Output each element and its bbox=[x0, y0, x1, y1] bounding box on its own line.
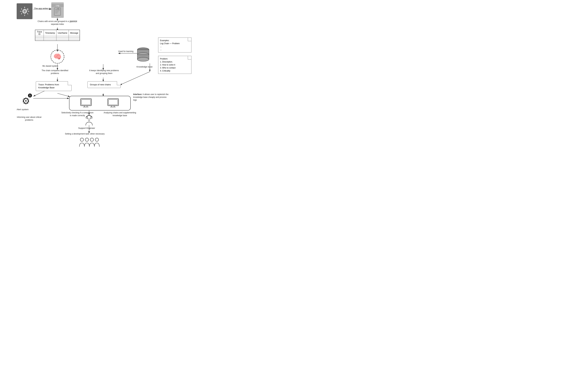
col-message: Message bbox=[69, 30, 80, 36]
interface-bold-label: Interface: bbox=[133, 93, 142, 96]
informing-label: Informing user about critical problems bbox=[13, 116, 45, 121]
svg-point-49 bbox=[80, 138, 84, 141]
arrows-layer bbox=[0, 0, 294, 185]
log-icon bbox=[53, 7, 62, 16]
index-table: Trace ID Timestamp UserName Message bbox=[35, 30, 80, 41]
app-writes-logs-label: The app writes logs bbox=[34, 7, 53, 10]
interface-description: Interface: it allows user to replenish t… bbox=[133, 93, 170, 101]
svg-point-50 bbox=[85, 138, 89, 141]
svg-rect-42 bbox=[108, 99, 118, 106]
ml-system-label: ML-based system bbox=[42, 65, 58, 67]
problem-doc: Problem: 1. Description. 2. How to solve… bbox=[158, 56, 191, 74]
svg-rect-45 bbox=[109, 99, 118, 105]
support-engineer-label: Support Engineer bbox=[78, 127, 95, 130]
analyzing-chains-label: Analyzing chains and supplementing knowl… bbox=[103, 111, 136, 117]
keeps-identifying-label: It keeps Identifying new problems and gr… bbox=[87, 69, 121, 75]
used-for-learning-label: Used for learning bbox=[118, 50, 133, 53]
monitor-icon-1 bbox=[80, 98, 93, 109]
groups-new-chains-text: Groups of new chains bbox=[90, 83, 118, 86]
svg-point-34 bbox=[137, 57, 149, 61]
table-row bbox=[35, 39, 80, 41]
svg-rect-38 bbox=[81, 99, 91, 106]
examples-doc: Examples: Log Chain — Problem ... ... bbox=[158, 37, 191, 53]
svg-line-17 bbox=[120, 72, 150, 85]
svg-line-10 bbox=[57, 93, 70, 97]
trace-problems-box: Trace: Problems from Knowledge Base bbox=[36, 81, 72, 91]
svg-text:1: 1 bbox=[29, 94, 31, 97]
alert-system-label: Alert system bbox=[17, 108, 29, 111]
examples-doc-text: Examples: Log Chain — Problem ... ... bbox=[160, 39, 190, 51]
svg-text:⚙: ⚙ bbox=[22, 96, 30, 106]
table-row bbox=[35, 38, 80, 39]
app-gear-box: ⚙ ⚙ bbox=[17, 3, 32, 19]
setting-dev-task-label: Setting a development task, when necessa… bbox=[65, 132, 105, 135]
ml-brain-icon: 🧠 bbox=[48, 49, 67, 65]
svg-rect-41 bbox=[81, 99, 91, 105]
support-engineer-icon bbox=[82, 115, 96, 127]
table-row bbox=[35, 36, 80, 38]
knowledge-db-icon bbox=[136, 47, 150, 64]
col-username: UserName bbox=[56, 30, 69, 36]
col-timestamp: Timestamp bbox=[44, 30, 56, 36]
col-traceid: Trace ID bbox=[35, 30, 44, 36]
alert-system-icon: ⚙ 1 bbox=[18, 92, 33, 108]
svg-text:🧠: 🧠 bbox=[53, 53, 62, 61]
knowledge-base-label: Knowledge base bbox=[136, 65, 152, 68]
svg-text:⚙: ⚙ bbox=[26, 8, 29, 11]
svg-rect-22 bbox=[54, 8, 61, 15]
diagram: ⚙ ⚙ The app writes logs Log Chains with … bbox=[0, 0, 294, 185]
svg-point-52 bbox=[95, 138, 99, 141]
svg-point-51 bbox=[90, 138, 94, 141]
gear-icon: ⚙ ⚙ bbox=[19, 6, 31, 17]
team-icon bbox=[78, 137, 103, 151]
log-label: Log bbox=[51, 4, 64, 7]
trace-problems-text: Trace: Problems from Knowledge Base bbox=[38, 83, 69, 89]
chains-grouped-label: Chains with errors are grouped in a руют… bbox=[35, 20, 80, 26]
svg-text:⚙: ⚙ bbox=[22, 8, 27, 13]
chain-compares-label: The chain compares identified problems bbox=[38, 69, 72, 75]
monitor-icon-2 bbox=[107, 98, 120, 109]
groups-new-chains-box: Groups of new chains bbox=[87, 81, 121, 88]
log-box: Log bbox=[51, 2, 64, 18]
problem-doc-text: Problem: 1. Description. 2. How to solve… bbox=[160, 57, 190, 72]
interface-box bbox=[69, 96, 131, 110]
